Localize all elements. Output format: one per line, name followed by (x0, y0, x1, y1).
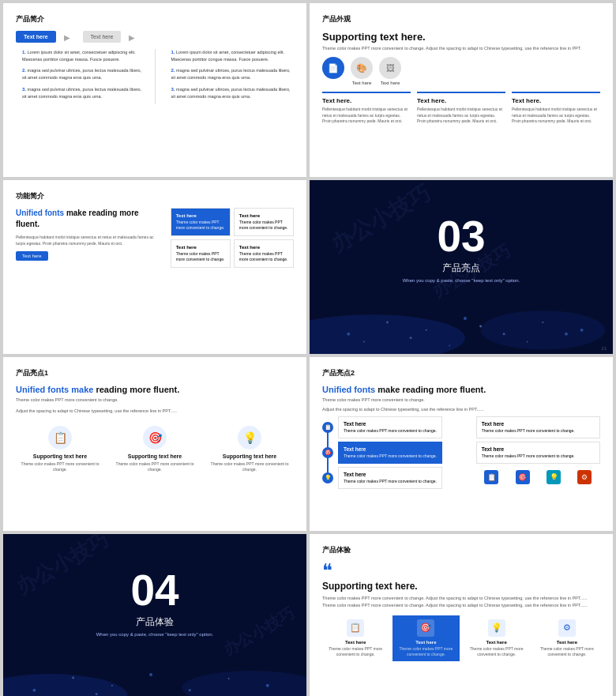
card-1-text: Theme color makes PPT more convenient to… (176, 220, 225, 231)
slide-8-boxes: 📋 Text here Theme color makes PPT more c… (322, 615, 600, 661)
s8-box2-title: Text here (395, 640, 456, 645)
svg-point-1 (481, 310, 606, 349)
slide-1-columns: 1. Lorem ipsum dolor sit amet, consectet… (16, 49, 294, 104)
flow-item-2: 🎯 Text here Theme color makes PPT more c… (322, 442, 471, 464)
list-item-3: 3. magna sed pulvinar ultrices, purus le… (16, 86, 145, 100)
icon-item-3: 🖼 Text here (379, 57, 401, 85)
col2-text: Pellentesque habitant morbi tristique se… (417, 107, 505, 125)
slide-8-box4: ⚙ Text here Theme color makes PPT more c… (534, 615, 600, 661)
svg-point-11 (449, 345, 450, 347)
slide-7-number: 04 (16, 569, 294, 612)
slide-6-headline: Unified fonts make reading more fluent. (322, 385, 600, 394)
box1-title: Supporting text here (19, 453, 101, 459)
icon-item-1: 📋 (484, 470, 498, 486)
slide-6: 产品亮点2 Unified fonts make reading more fl… (310, 357, 613, 531)
arrow-icon-1 (64, 33, 75, 41)
slide-3: 功能简介 Unified fonts make reading more flu… (3, 180, 306, 354)
flow-dot-1: 📋 (322, 422, 333, 433)
slide-5-blue-text: Unified fonts make (16, 385, 93, 394)
arrow-icon-2 (129, 33, 140, 41)
icon-label-3: Text here (379, 81, 401, 85)
s8-box3-title: Text here (466, 640, 528, 645)
svg-point-3 (386, 322, 389, 324)
slide-1-btn2[interactable]: Text here (83, 31, 122, 43)
list-item-5: 2. magna sed pulvinar ultrices, purus le… (165, 67, 295, 81)
flow-item-3: 💡 Text here Theme color makes PPT more c… (322, 467, 471, 489)
box3-icon: 💡 (238, 426, 261, 450)
icon-sq-4: ⚙ (577, 470, 592, 484)
list-item-4: 1. Lorem ipsum dolor sit amet, consectet… (165, 49, 295, 62)
card-1: Text here Theme color makes PPT more con… (171, 208, 231, 236)
col3-text: Pellentesque habitant morbi tristique se… (512, 107, 600, 125)
slide-6-flow: 📋 Text here Theme color makes PPT more c… (322, 416, 600, 489)
slide-8: 产品体验 ❝ Supporting text here. Theme color… (310, 534, 613, 696)
svg-point-8 (580, 329, 584, 332)
slide-1-title: 产品简介 (16, 14, 294, 24)
s8-icon-2: 🎯 (417, 619, 434, 637)
flow-box-3-text: Theme color makes PPT more convenient to… (344, 479, 437, 484)
s8-icon-1: 📋 (347, 619, 364, 637)
flow-left: 📋 Text here Theme color makes PPT more c… (322, 416, 471, 489)
svg-point-20 (149, 673, 152, 676)
slide-4-pagenum: 11 (601, 346, 607, 351)
slide-6-icon-row: 📋 🎯 💡 ⚙ (476, 470, 600, 486)
flow-dot-2: 🎯 (322, 447, 333, 458)
icon-circle-2: 🎨 (351, 57, 373, 79)
flow-box-1: Text here Theme color makes PPT more con… (338, 416, 442, 438)
slide-5-box3: 💡 Supporting text here Theme color makes… (205, 419, 294, 479)
slide-7-sub: When you copy & paste, choose "keep text… (16, 632, 294, 637)
slide-3-body: Pellentesque habitant morbi tristique se… (16, 235, 164, 246)
slide-2: 产品外观 Supporting text here. Theme color m… (310, 3, 613, 177)
s8-icon-3: 💡 (488, 619, 505, 637)
slide-5-title: 产品亮点1 (16, 368, 294, 378)
s8-box1-title: Text here (325, 640, 386, 645)
box2-title: Supporting text here (114, 453, 196, 459)
right-box-1-title: Text here (482, 421, 595, 427)
slide-5-main-text: reading more fluent. (93, 385, 179, 394)
col1-title: Text here. (322, 97, 411, 104)
slide-8-box2: 🎯 Text here Theme color makes PPT more c… (393, 615, 459, 661)
list-item-1: 1. Lorem ipsum dolor sit amet, consectet… (16, 49, 145, 62)
slide-2-sub-text: Theme color makes PPT more convenient to… (322, 46, 600, 51)
slide-7-section-title: 产品体验 (16, 615, 294, 629)
right-box-2: Text here Theme color makes PPT more con… (476, 442, 600, 464)
svg-point-2 (347, 333, 350, 336)
card-4-title: Text here (239, 245, 288, 250)
icon-item-2: 🎨 Text here (351, 57, 373, 85)
svg-point-12 (479, 325, 482, 327)
card-3-text: Theme color makes PPT more convenient to… (176, 251, 225, 262)
card-4-text: Theme color makes PPT more convenient to… (239, 251, 288, 262)
slide-3-content: Unified fonts make reading more fluent. … (16, 208, 294, 268)
box2-icon: 🎯 (143, 426, 167, 450)
card-2: Text here Theme color makes PPT more con… (234, 208, 294, 236)
flow-item-1: 📋 Text here Theme color makes PPT more c… (322, 416, 471, 438)
slide-1-col2: 1. Lorem ipsum dolor sit amet, consectet… (165, 49, 295, 104)
list-item-6: 3. magna sed pulvinar ultrices, purus le… (165, 86, 295, 100)
slide-5-boxes: 📋 Supporting text here Theme color makes… (16, 419, 294, 479)
svg-point-22 (228, 678, 230, 679)
box1-text: Theme color makes PPT more convenient to… (19, 461, 101, 472)
icon-circle-3: 🖼 (379, 57, 401, 79)
slide-5-box1: 📋 Supporting text here Theme color makes… (16, 419, 104, 479)
slide-1-btn1[interactable]: Text here (16, 31, 56, 43)
blue-text: Unified fonts (16, 209, 64, 217)
flow-box-1-title: Text here (344, 421, 437, 427)
slide-6-line2: Adjust the spacing to adapt to Chinese t… (322, 407, 600, 412)
slide-3-btn[interactable]: Text here (16, 251, 48, 261)
slide-5-box2: 🎯 Supporting text here Theme color makes… (111, 419, 199, 479)
slide-8-box3: 💡 Text here Theme color makes PPT more c… (464, 615, 530, 661)
s8-box4-text: Theme color makes PPT more convenient to… (536, 646, 598, 657)
right-box-2-title: Text here (482, 446, 595, 452)
slide-5: 产品亮点1 Unified fonts make reading more fl… (3, 357, 306, 531)
particles-svg-2 (3, 645, 306, 696)
svg-point-25 (96, 693, 98, 695)
card-2-text: Theme color makes PPT more convenient to… (239, 220, 288, 231)
slide-4-number: 03 (322, 215, 600, 258)
svg-point-6 (503, 333, 505, 335)
slide-5-headline: Unified fonts make reading more fluent. (16, 385, 294, 394)
s8-box2-text: Theme color makes PPT more convenient to… (395, 646, 456, 657)
icon-item-2: 🎯 (516, 470, 530, 486)
slide-6-title: 产品亮点2 (322, 368, 600, 378)
s8-icon-4: ⚙ (558, 619, 576, 637)
slide-8-box1: 📋 Text here Theme color makes PPT more c… (322, 615, 389, 661)
